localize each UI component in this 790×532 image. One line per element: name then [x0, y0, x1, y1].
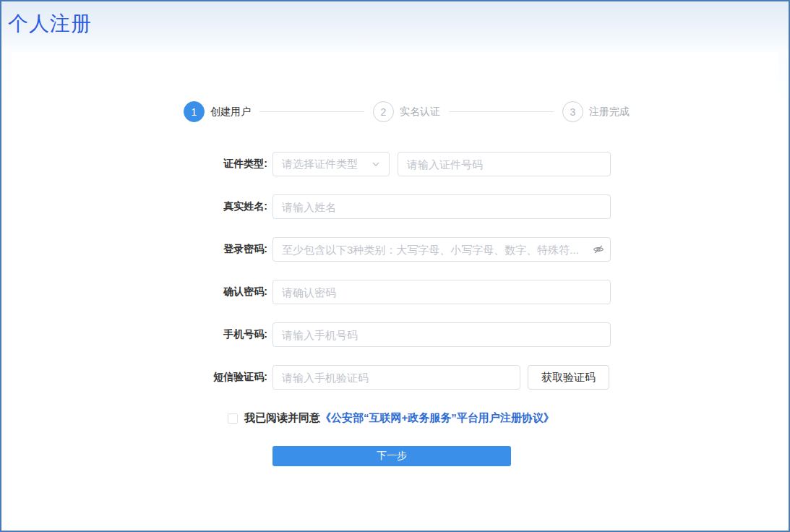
- confirm-password-input[interactable]: [272, 280, 611, 304]
- form-row-confirm-password: 确认密码:: [12, 280, 778, 304]
- real-name-input[interactable]: [272, 194, 611, 219]
- agreement-checkbox[interactable]: [228, 413, 238, 424]
- step-indicator: 1 创建用户 2 实名认证 3 注册完成: [184, 101, 630, 122]
- page-header: 个人注册: [1, 1, 789, 46]
- step-3-label: 注册完成: [589, 106, 630, 119]
- agreement-link[interactable]: 《公安部“互联网+政务服务”平台用户注册协议》: [320, 411, 554, 425]
- step-real-name: 2 实名认证: [373, 101, 440, 122]
- form-row-sms-code: 短信验证码: 获取验证码: [12, 365, 778, 390]
- step-connector-line: [449, 111, 554, 112]
- registration-form: 证件类型: 请选择证件类型 真实姓名: 登录密码:: [12, 152, 778, 408]
- agreement-text: 我已阅读并同意: [244, 411, 320, 425]
- step-create-user: 1 创建用户: [184, 101, 251, 122]
- next-step-button[interactable]: 下一步: [272, 446, 511, 466]
- form-row-cert-type: 证件类型: 请选择证件类型: [12, 152, 778, 176]
- mobile-input[interactable]: [272, 322, 611, 347]
- step-2-circle: 2: [373, 101, 394, 122]
- step-connector-line: [259, 111, 364, 112]
- real-name-label: 真实姓名:: [12, 200, 267, 213]
- step-1-circle: 1: [184, 101, 205, 122]
- form-row-mobile: 手机号码:: [12, 322, 778, 347]
- password-input[interactable]: [272, 237, 611, 262]
- step-complete: 3 注册完成: [562, 101, 630, 122]
- cert-number-input[interactable]: [398, 152, 611, 176]
- step-1-label: 创建用户: [210, 106, 251, 119]
- password-label: 登录密码:: [12, 243, 267, 256]
- step-3-circle: 3: [562, 101, 583, 122]
- cert-type-select[interactable]: 请选择证件类型: [272, 152, 390, 176]
- sms-code-label: 短信验证码:: [12, 371, 267, 384]
- step-2-label: 实名认证: [400, 106, 440, 119]
- chevron-down-icon: [372, 160, 380, 168]
- registration-card: 1 创建用户 2 实名认证 3 注册完成 证件类型: 请选择证件类型: [12, 52, 778, 527]
- eye-off-icon[interactable]: [593, 244, 604, 255]
- form-row-real-name: 真实姓名:: [12, 194, 778, 219]
- sms-code-input[interactable]: [272, 365, 520, 390]
- get-code-button[interactable]: 获取验证码: [528, 365, 609, 390]
- mobile-label: 手机号码:: [12, 328, 267, 341]
- confirm-password-label: 确认密码:: [12, 286, 267, 299]
- agreement-row: 我已阅读并同意 《公安部“互联网+政务服务”平台用户注册协议》: [228, 411, 554, 425]
- cert-type-select-placeholder: 请选择证件类型: [282, 158, 358, 171]
- page-title: 个人注册: [8, 10, 92, 38]
- cert-type-label: 证件类型:: [12, 158, 267, 171]
- form-row-password: 登录密码:: [12, 237, 778, 262]
